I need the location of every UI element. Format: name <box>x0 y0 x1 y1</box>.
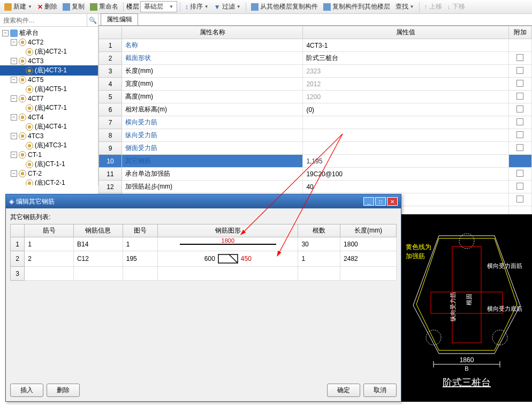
dialog-titlebar[interactable]: ◈ 编辑其它钢筋 _ □ ✕ <box>6 194 401 208</box>
tab-properties[interactable]: 属性编辑 <box>101 13 138 25</box>
move-up-button[interactable]: ↑上移 <box>422 1 444 12</box>
tree-node[interactable]: −CT-1 <box>0 151 98 159</box>
component-tree[interactable]: −桩承台−4CT2(底)4CT2-1−4CT3(底)4CT3-1−4CT5(底)… <box>0 27 98 185</box>
checkbox[interactable] <box>516 183 523 190</box>
property-row[interactable]: 11 承台单边加强筋 19C20@100 <box>99 168 532 181</box>
tree-leaf[interactable]: (底)4CT5-1 <box>0 84 98 94</box>
svg-text:横向受力面筋: 横向受力面筋 <box>487 262 522 269</box>
tree-leaf[interactable]: (底)4CT2-1 <box>0 47 98 57</box>
gear-icon <box>26 48 33 56</box>
checkbox[interactable] <box>516 196 523 202</box>
delete-button[interactable]: ✕删除 <box>35 1 59 12</box>
property-row[interactable]: 1 名称 4CT3-1 <box>99 39 532 52</box>
gear-icon <box>19 132 26 140</box>
checkbox[interactable] <box>516 54 523 61</box>
copy-button[interactable]: 复制 <box>60 1 87 12</box>
gear-icon <box>26 104 33 112</box>
checkbox[interactable] <box>516 106 523 112</box>
close-button[interactable]: ✕ <box>387 197 398 206</box>
tree-node[interactable]: −4CT3 <box>0 57 98 65</box>
tree-leaf[interactable]: (底)CT-2-1 <box>0 178 98 185</box>
section-diagram: 1860 B 黄色线为 加强筋 横向受力面筋 横向受力底筋 纵向受力筋 根固 阶… <box>401 214 532 402</box>
checkbox[interactable] <box>516 93 523 100</box>
ok-button[interactable]: 确定 <box>327 384 360 397</box>
svg-text:根固: 根固 <box>466 294 472 305</box>
tree-node[interactable]: −4CT5 <box>0 76 98 84</box>
svg-text:1860: 1860 <box>460 356 474 364</box>
copy-from-floor-button[interactable]: 从其他楼层复制构件 <box>249 1 320 12</box>
checkbox[interactable] <box>516 170 523 177</box>
checkbox[interactable] <box>516 67 523 74</box>
checkbox[interactable] <box>516 131 523 138</box>
property-row[interactable]: 6 相对底标高(m) (0) <box>99 103 532 116</box>
props-header-extra: 附加 <box>508 26 531 39</box>
move-down-button[interactable]: ↓下移 <box>445 1 467 12</box>
property-row[interactable]: 7 横向受力筋 <box>99 116 532 129</box>
tree-node[interactable]: −4CT2 <box>0 38 98 47</box>
maximize-button[interactable]: □ <box>375 197 386 206</box>
property-row[interactable]: 8 纵向受力筋 <box>99 129 532 142</box>
property-row[interactable]: 9 侧面受力筋 <box>99 142 532 155</box>
tree-leaf[interactable]: (底)CT-1-1 <box>0 159 98 169</box>
rebar-table[interactable]: 筋号 钢筋信息 图号 钢筋图形 根数 长度(mm) 1 1 B14 1 1800… <box>10 224 397 281</box>
gear-icon <box>26 123 33 131</box>
property-row[interactable]: 12 加强筋起步(mm) 40 <box>99 181 532 193</box>
copy-to-floor-button[interactable]: 复制构件到其他楼层 <box>321 1 392 12</box>
tree-leaf[interactable]: (底)4CT4-1 <box>0 122 98 132</box>
rebar-row[interactable]: 3 <box>11 267 397 281</box>
filter-button[interactable]: ▼过滤▼ <box>212 1 243 12</box>
property-row[interactable]: 3 长度(mm) 2323 <box>99 65 532 78</box>
gear-icon <box>19 39 26 46</box>
cancel-button[interactable]: 取消 <box>363 384 397 397</box>
tree-node[interactable]: −4CT4 <box>0 113 98 122</box>
svg-text:B: B <box>465 365 468 372</box>
svg-point-7 <box>426 330 441 345</box>
svg-text:阶式三桩台: 阶式三桩台 <box>443 377 491 388</box>
gear-icon <box>19 95 26 102</box>
tree-leaf[interactable]: (底)4CT3-1 <box>0 65 98 76</box>
sort-button[interactable]: ↕排序▼ <box>183 1 211 12</box>
property-row[interactable]: 5 高度(mm) 1200 <box>99 91 532 103</box>
tree-node[interactable]: −4TC3 <box>0 132 98 140</box>
gear-icon <box>19 151 26 159</box>
sidebar: −桩承台−4CT2(底)4CT2-1−4CT3(底)4CT3-1−4CT5(底)… <box>0 14 98 185</box>
rebar-row[interactable]: 1 1 B14 1 1800 30 1800 <box>11 237 397 251</box>
find-button[interactable]: 查找▼ <box>393 1 416 12</box>
checkbox[interactable] <box>516 80 523 87</box>
property-row[interactable]: 2 截面形状 阶式三桩台 <box>99 52 532 65</box>
folder-icon <box>10 29 18 37</box>
svg-point-8 <box>492 330 507 345</box>
base-floor-dropdown[interactable]: 基础层▼ <box>140 1 177 12</box>
new-button[interactable]: 新建▼ <box>2 1 34 12</box>
search-input[interactable] <box>0 14 87 26</box>
checkbox[interactable] <box>516 144 523 151</box>
tree-node[interactable]: −CT-2 <box>0 169 98 178</box>
rebar-row[interactable]: 2 2 C12 195 600450 1 2482 <box>11 251 397 267</box>
gear-icon <box>26 161 33 168</box>
gear-icon <box>26 142 33 149</box>
rename-button[interactable]: 重命名 <box>88 1 120 12</box>
checkbox[interactable] <box>516 118 523 125</box>
main-toolbar: 新建▼ ✕删除 复制 重命名 楼层 基础层▼ ↕排序▼ ▼过滤▼ 从其他楼层复制… <box>0 0 532 14</box>
tree-root[interactable]: −桩承台 <box>0 28 98 38</box>
svg-line-1 <box>229 254 238 263</box>
search-button[interactable] <box>87 14 98 26</box>
svg-rect-0 <box>218 254 238 263</box>
properties-panel: 属性编辑 属性名称 属性值 附加 1 名称 4CT3-1 2 截面形状 阶式三桩… <box>98 14 532 185</box>
edit-rebar-dialog: ◈ 编辑其它钢筋 _ □ ✕ 其它钢筋列表: 筋号 钢筋信息 图号 钢筋图形 根… <box>5 194 401 402</box>
gear-icon <box>26 179 33 186</box>
gear-icon <box>26 67 33 74</box>
properties-table[interactable]: 属性名称 属性值 附加 1 名称 4CT3-1 2 截面形状 阶式三桩台 3 长… <box>98 26 532 219</box>
property-row[interactable]: 10 其它钢筋 1,195 <box>99 155 532 168</box>
delete-rebar-button[interactable]: 删除 <box>47 384 80 397</box>
insert-button[interactable]: 插入 <box>10 384 43 397</box>
tree-leaf[interactable]: (底)4CT7-1 <box>0 103 98 113</box>
minimize-button[interactable]: _ <box>363 197 374 206</box>
search-icon <box>89 17 97 24</box>
property-row[interactable]: 4 宽度(mm) 2012 <box>99 78 532 91</box>
tree-leaf[interactable]: (底)4TC3-1 <box>0 140 98 151</box>
search-box <box>0 14 98 27</box>
props-header-value: 属性值 <box>303 26 509 39</box>
tree-node[interactable]: −4CT7 <box>0 94 98 103</box>
gear-icon <box>19 114 26 121</box>
